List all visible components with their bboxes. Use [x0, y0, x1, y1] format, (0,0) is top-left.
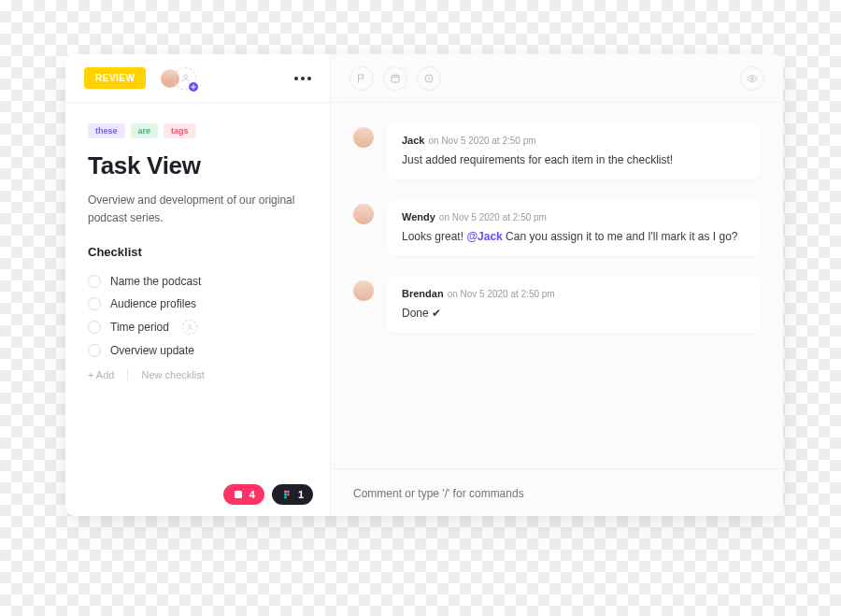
svg-point-6 — [284, 496, 287, 499]
attachment-count: 1 — [298, 489, 304, 500]
right-panel: Jackon Nov 5 2020 at 2:50 pmJust added r… — [331, 54, 783, 516]
checklist-heading: Checklist — [88, 245, 307, 259]
comment-author: Brendan — [402, 288, 444, 299]
checkbox[interactable] — [88, 275, 101, 288]
left-header: REVIEW — [65, 54, 330, 103]
comment-text: Looks great! — [402, 230, 466, 243]
comment-meta: Wendyon Nov 5 2020 at 2:50 pm — [402, 211, 746, 222]
svg-rect-8 — [392, 75, 399, 82]
new-checklist-button[interactable]: New checklist — [141, 369, 204, 380]
dot-icon — [307, 77, 311, 80]
invision-icon — [233, 489, 244, 500]
comment-bubble: Brendanon Nov 5 2020 at 2:50 pmDone ✔ — [387, 277, 761, 333]
checklist-item[interactable]: Overview update — [88, 339, 307, 362]
comments-list: Jackon Nov 5 2020 at 2:50 pmJust added r… — [331, 103, 783, 468]
attachment-pills: 41 — [65, 473, 330, 516]
dot-icon — [294, 77, 298, 80]
checkbox[interactable] — [88, 344, 101, 357]
left-panel: REVIEW thesearetags Task View Overview a… — [65, 54, 331, 516]
assign-person-hint[interactable] — [182, 320, 197, 335]
add-assignee-button[interactable] — [187, 80, 200, 93]
checklist-item-label: Overview update — [110, 344, 194, 357]
plus-icon — [190, 83, 197, 91]
mention[interactable]: @Jack — [466, 230, 502, 243]
attachment-pill-figma[interactable]: 1 — [272, 484, 313, 505]
more-menu-button[interactable] — [294, 77, 311, 80]
comment-author: Wendy — [402, 211, 435, 222]
comment-input[interactable] — [353, 487, 761, 500]
dot-icon — [301, 77, 305, 80]
comment-bubble: Jackon Nov 5 2020 at 2:50 pmJust added r… — [387, 123, 761, 179]
svg-point-10 — [751, 77, 754, 79]
comment-body: Looks great! @Jack Can you assign it to … — [402, 228, 746, 245]
clock-icon — [423, 73, 435, 84]
time-button[interactable] — [417, 66, 441, 91]
svg-point-3 — [284, 491, 287, 494]
svg-point-1 — [189, 325, 192, 328]
comment-bubble: Wendyon Nov 5 2020 at 2:50 pmLooks great… — [387, 200, 761, 256]
tag[interactable]: tags — [164, 123, 196, 138]
checklist-actions: + Add New checklist — [88, 369, 307, 380]
checklist-item-label: Audience profiles — [110, 297, 196, 310]
eye-icon — [747, 73, 758, 84]
comment: Brendanon Nov 5 2020 at 2:50 pmDone ✔ — [353, 277, 761, 333]
tag[interactable]: these — [88, 123, 125, 138]
avatar[interactable] — [353, 127, 374, 148]
tag[interactable]: are — [131, 123, 159, 138]
person-icon — [186, 323, 193, 331]
watch-button[interactable] — [740, 66, 764, 91]
comment-date: on Nov 5 2020 at 2:50 pm — [439, 212, 547, 222]
status-badge[interactable]: REVIEW — [84, 67, 146, 89]
checklist-item[interactable]: Time period — [88, 315, 307, 339]
add-checklist-item-button[interactable]: + Add — [88, 369, 114, 380]
comment: Wendyon Nov 5 2020 at 2:50 pmLooks great… — [353, 200, 761, 256]
comment-meta: Jackon Nov 5 2020 at 2:50 pm — [402, 135, 746, 146]
comment-composer — [331, 468, 783, 516]
checklist-item-label: Time period — [110, 321, 169, 334]
comment-meta: Brendanon Nov 5 2020 at 2:50 pm — [402, 288, 746, 299]
tag-row: thesearetags — [88, 123, 307, 138]
right-header — [331, 54, 783, 103]
calendar-icon — [390, 73, 401, 84]
flag-button[interactable] — [349, 66, 374, 91]
attachment-pill-invision[interactable]: 4 — [223, 484, 264, 505]
flag-icon — [356, 73, 367, 84]
checklist-item[interactable]: Name the podcast — [88, 270, 307, 293]
divider — [127, 369, 128, 380]
task-card: REVIEW thesearetags Task View Overview a… — [65, 54, 783, 516]
comment-date: on Nov 5 2020 at 2:50 pm — [448, 289, 555, 299]
checklist-item-label: Name the podcast — [110, 275, 201, 288]
comment-body: Done ✔ — [402, 305, 746, 322]
comment-body: Just added requirements for each item in… — [402, 151, 746, 168]
avatar[interactable] — [353, 204, 374, 224]
checkbox[interactable] — [88, 321, 101, 334]
checklist: Name the podcastAudience profilesTime pe… — [88, 270, 307, 362]
comment-date: on Nov 5 2020 at 2:50 pm — [428, 136, 535, 146]
svg-point-4 — [287, 491, 290, 494]
date-button[interactable] — [383, 66, 407, 91]
svg-point-5 — [284, 494, 287, 496]
left-body: thesearetags Task View Overview and deve… — [65, 103, 330, 473]
assignee-avatars[interactable] — [159, 67, 196, 90]
checkbox[interactable] — [88, 297, 101, 310]
svg-point-7 — [287, 494, 290, 496]
svg-rect-2 — [235, 491, 242, 498]
comment-author: Jack — [402, 135, 424, 146]
task-description[interactable]: Overview and development of our original… — [88, 192, 307, 226]
svg-point-0 — [184, 75, 188, 79]
comment-text: Can you assign it to me and I'll mark it… — [503, 230, 738, 243]
comment: Jackon Nov 5 2020 at 2:50 pmJust added r… — [353, 123, 761, 179]
figma-icon — [281, 489, 292, 500]
checklist-item[interactable]: Audience profiles — [88, 293, 307, 315]
task-title[interactable]: Task View — [88, 151, 307, 180]
attachment-count: 4 — [249, 489, 255, 500]
avatar[interactable] — [353, 280, 374, 301]
